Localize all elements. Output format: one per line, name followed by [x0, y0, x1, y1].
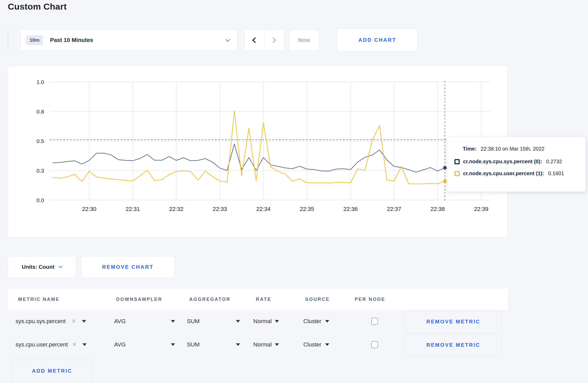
units-select[interactable]: Units: Count — [8, 256, 76, 278]
col-header-per-node: PER NODE — [355, 289, 385, 310]
tooltip-sys-label: cr.node.sys.cpu.sys.percent (0): — [463, 159, 542, 165]
caret-down-icon — [325, 320, 329, 323]
col-header-source: SOURCE — [305, 289, 330, 310]
metric-name-select[interactable]: sys.cpu.user.percent ✕ — [16, 333, 87, 356]
caret-down-icon — [236, 343, 240, 346]
toolbar-accent-divider — [8, 30, 8, 51]
svg-text:1.0: 1.0 — [37, 79, 44, 85]
per-node-checkbox[interactable] — [371, 341, 378, 348]
svg-text:22:37: 22:37 — [387, 206, 401, 212]
now-button[interactable]: Now — [289, 30, 319, 51]
time-window-nav — [244, 30, 284, 51]
source-select[interactable]: Cluster — [303, 310, 329, 333]
cpu-usage-chart[interactable]: 1.00.80.50.30.022:3022:3122:3222:3322:34… — [8, 66, 507, 237]
per-node-cell — [371, 333, 378, 356]
prev-window-button[interactable] — [244, 30, 264, 51]
tooltip-user-label: cr.node.sys.cpu.user.percent (1): — [463, 171, 544, 176]
chevron-down-icon — [59, 264, 63, 268]
clear-metric-icon[interactable]: ✕ — [71, 318, 76, 325]
chevron-down-icon — [225, 37, 230, 42]
time-range-label: Past 10 Minutes — [50, 37, 93, 44]
caret-down-icon — [171, 343, 175, 346]
aggregator-value: SUM — [187, 341, 200, 348]
chart-card: 1.00.80.50.30.022:3022:3122:3222:3322:34… — [8, 66, 508, 238]
clear-metric-icon[interactable]: ✕ — [72, 341, 77, 348]
aggregator-select[interactable]: SUM — [187, 310, 240, 333]
source-select[interactable]: Cluster — [303, 333, 329, 356]
col-header-metric-name: METRIC NAME — [18, 289, 60, 310]
svg-text:22:30: 22:30 — [82, 206, 96, 212]
downsampler-value: AVG — [114, 341, 126, 348]
user-series-swatch-icon — [454, 171, 460, 176]
source-value: Cluster — [303, 341, 321, 348]
next-window-button[interactable] — [264, 30, 284, 51]
caret-down-icon — [171, 320, 175, 323]
col-header-rate: RATE — [256, 289, 271, 310]
svg-text:22:31: 22:31 — [125, 206, 140, 212]
rate-value: Normal — [253, 318, 272, 325]
metric-row-user: sys.cpu.user.percent ✕ AVG SUM Normal Cl… — [8, 333, 508, 356]
caret-down-icon — [236, 320, 240, 323]
tooltip-sys-value: 0.2732 — [546, 159, 562, 165]
tooltip-user-row: cr.node.sys.cpu.user.percent (1): 0.1601 — [454, 171, 585, 176]
rate-value: Normal — [253, 341, 272, 348]
tooltip-time-row: Time:22:38:10 on Mar 15th, 2022 — [463, 146, 585, 152]
add-metric-button[interactable]: ADD METRIC — [12, 360, 92, 382]
svg-text:0.0: 0.0 — [37, 197, 44, 203]
remove-chart-button[interactable]: REMOVE CHART — [81, 256, 175, 278]
custom-chart-page: Custom Chart 10m Past 10 Minutes Now ADD… — [0, 0, 588, 383]
svg-text:22:36: 22:36 — [343, 206, 358, 212]
svg-text:22:38: 22:38 — [430, 206, 445, 212]
rate-select[interactable]: Normal — [253, 310, 279, 333]
svg-text:22:35: 22:35 — [300, 206, 314, 212]
tooltip-time-value: 22:38:10 on Mar 15th, 2022 — [481, 146, 544, 152]
metric-name-select[interactable]: sys.cpu.sys.percent ✕ — [16, 310, 86, 333]
caret-down-icon — [275, 320, 279, 323]
caret-down-icon — [275, 343, 279, 346]
per-node-cell — [371, 310, 378, 333]
aggregator-value: SUM — [187, 318, 200, 325]
downsampler-select[interactable]: AVG — [114, 310, 175, 333]
per-node-checkbox[interactable] — [371, 318, 378, 325]
tooltip-sys-row: cr.node.sys.cpu.sys.percent (0): 0.2732 — [454, 159, 585, 165]
units-label: Units: Count — [22, 264, 54, 270]
add-chart-button[interactable]: ADD CHART — [337, 29, 418, 51]
downsampler-select[interactable]: AVG — [114, 333, 175, 356]
col-header-downsampler: DOWNSAMPLER — [116, 289, 162, 310]
remove-metric-button[interactable]: REMOVE METRIC — [405, 334, 502, 356]
chevron-left-icon — [252, 37, 258, 43]
svg-text:22:34: 22:34 — [256, 206, 270, 212]
caret-down-icon — [325, 343, 329, 346]
svg-text:22:33: 22:33 — [213, 206, 227, 212]
metric-name-value: sys.cpu.user.percent — [16, 341, 68, 348]
page-title: Custom Chart — [8, 2, 67, 12]
col-header-aggregator: AGGREGATOR — [189, 289, 230, 310]
metrics-table-header: METRIC NAME DOWNSAMPLER AGGREGATOR RATE … — [8, 289, 508, 310]
svg-text:0.3: 0.3 — [37, 168, 44, 174]
metric-name-value: sys.cpu.sys.percent — [16, 318, 66, 325]
source-value: Cluster — [303, 318, 321, 325]
chevron-right-icon — [270, 37, 276, 43]
caret-down-icon — [82, 343, 87, 346]
downsampler-value: AVG — [114, 318, 126, 325]
tooltip-user-value: 0.1601 — [548, 171, 564, 176]
tooltip-time-label: Time: — [463, 146, 477, 152]
metric-row-sys: sys.cpu.sys.percent ✕ AVG SUM Normal Clu… — [8, 310, 508, 333]
remove-metric-button[interactable]: REMOVE METRIC — [405, 311, 502, 332]
svg-text:22:39: 22:39 — [474, 206, 488, 212]
rate-select[interactable]: Normal — [253, 333, 279, 356]
svg-text:22:32: 22:32 — [169, 206, 183, 212]
caret-down-icon — [82, 320, 86, 323]
time-range-select[interactable]: 10m Past 10 Minutes — [20, 30, 237, 51]
sys-series-swatch-icon — [454, 159, 460, 164]
aggregator-select[interactable]: SUM — [187, 333, 240, 356]
svg-text:0.5: 0.5 — [37, 138, 44, 144]
chart-hover-tooltip: Time:22:38:10 on Mar 15th, 2022 cr.node.… — [447, 137, 586, 192]
time-range-badge: 10m — [26, 35, 43, 45]
svg-text:0.8: 0.8 — [37, 109, 44, 115]
